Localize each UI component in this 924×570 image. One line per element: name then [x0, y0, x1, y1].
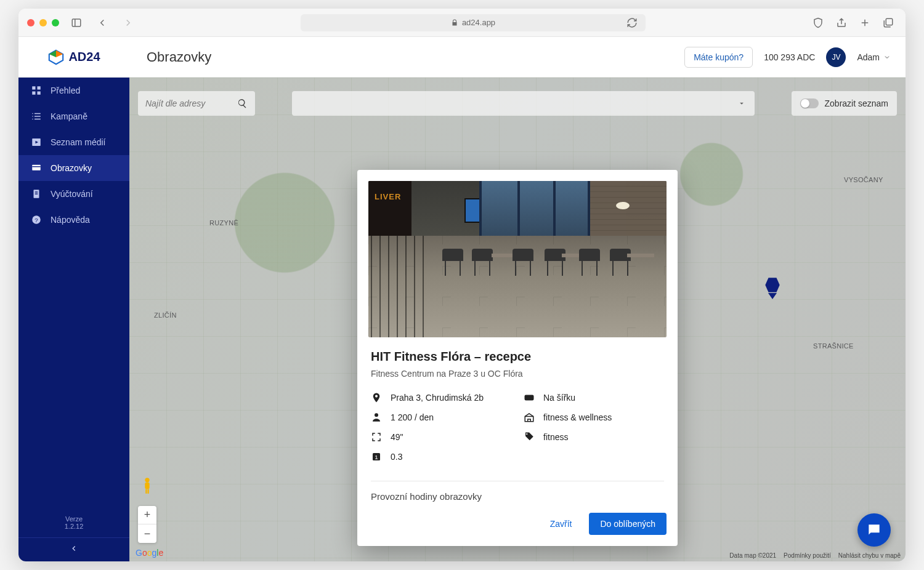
close-button[interactable]: Zavřít [545, 513, 577, 535]
list-toggle-label: Zobrazit seznam [825, 98, 888, 108]
svg-rect-11 [38, 92, 41, 95]
number-icon: 1 [371, 451, 382, 462]
credits-terms[interactable]: Podmínky použití [784, 552, 831, 559]
streetview-pegman[interactable] [140, 476, 154, 495]
info-address-value: Praha 3, Chrudimská 2b [391, 393, 484, 403]
switch-icon[interactable] [800, 98, 819, 108]
sidebar-item-billing[interactable]: Vyúčtování [18, 181, 129, 207]
info-size-value: 49" [391, 432, 403, 442]
balance-value: 100 293 ADC [764, 52, 815, 62]
info-grid: Praha 3, Chrudimská 2b Na šířku 1 200 / … [371, 392, 664, 462]
app-header: AD24 Obrazovky Máte kupón? 100 293 ADC J… [18, 37, 906, 78]
logo[interactable]: AD24 [47, 49, 100, 66]
pin-icon [371, 392, 382, 403]
zoom-out-button[interactable]: − [138, 524, 156, 543]
info-category: fitness & wellness [524, 412, 664, 423]
forward-icon [120, 14, 137, 31]
svg-rect-31 [525, 395, 533, 400]
info-traffic-value: 1 200 / den [391, 412, 434, 422]
hours-title: Provozní hodiny obrazovky [357, 481, 678, 513]
svg-rect-33 [525, 416, 533, 417]
sidebar-item-screens[interactable]: Obrazovky [18, 155, 129, 181]
svg-rect-9 [38, 86, 41, 89]
sidebar-item-label: Seznam médií [51, 137, 105, 147]
sidebar-item-help[interactable]: ? Nápověda [18, 207, 129, 233]
credits-report[interactable]: Nahlásit chybu v mapě [838, 552, 901, 559]
building-icon [524, 412, 535, 423]
favorite-button[interactable]: Do oblíbených [589, 513, 667, 535]
version-footer: Verze 1.2.12 [18, 508, 129, 537]
modal-actions: Zavřít Do oblíbených [357, 513, 678, 546]
window-controls [27, 19, 59, 26]
media-icon [31, 137, 42, 148]
chevron-down-icon [883, 54, 891, 61]
sidebar-toggle-icon[interactable] [68, 14, 85, 31]
svg-marker-7 [49, 50, 56, 57]
url-bar[interactable]: ad24.app [301, 14, 646, 31]
billing-icon [31, 188, 42, 199]
chat-icon [866, 522, 882, 538]
svg-rect-30 [147, 489, 148, 494]
list-view-toggle[interactable]: Zobrazit seznam [792, 91, 897, 116]
sidebar: Přehled Kampaně Seznam médií Obrazovky V… [18, 78, 129, 561]
url-text: ad24.app [462, 18, 495, 27]
browser-chrome: ad24.app [18, 9, 906, 37]
info-orientation: Na šířku [524, 392, 664, 403]
screens-icon [31, 163, 42, 174]
reload-icon[interactable] [623, 14, 641, 31]
sidebar-item-label: Vyúčtování [51, 189, 93, 199]
zoom-in-button[interactable]: + [138, 506, 156, 524]
modal-subtitle: Fitness Centrum na Praze 3 u OC Flóra [371, 369, 664, 379]
dashboard-icon [31, 85, 42, 96]
info-aspect-value: 0.3 [391, 452, 402, 462]
sidebar-item-label: Obrazovky [51, 163, 92, 173]
chat-launcher[interactable] [857, 513, 891, 547]
svg-marker-6 [56, 50, 63, 57]
info-tag-value: fitness [543, 432, 568, 442]
sidebar-item-campaigns[interactable]: Kampaně [18, 103, 129, 129]
back-icon[interactable] [94, 14, 111, 31]
close-window-icon[interactable] [27, 19, 34, 26]
person-icon [371, 412, 382, 423]
shield-icon[interactable] [809, 14, 827, 31]
info-address: Praha 3, Chrudimská 2b [371, 392, 511, 403]
svg-rect-20 [32, 165, 41, 171]
lock-icon [451, 19, 458, 26]
info-traffic: 1 200 / den [371, 412, 511, 423]
info-tag: fitness [524, 432, 664, 443]
screen-detail-modal: HIT Fitness Flóra – recepce Fitness Cent… [357, 170, 678, 546]
address-search[interactable] [138, 91, 255, 116]
sidebar-item-media-list[interactable]: Seznam médií [18, 129, 129, 155]
svg-point-17 [32, 119, 33, 120]
page-title: Obrazovky [147, 49, 684, 65]
coupon-button[interactable]: Máte kupón? [684, 47, 753, 68]
logo-text: AD24 [68, 50, 100, 64]
sidebar-item-label: Nápověda [51, 215, 90, 225]
filter-dropdown[interactable] [292, 91, 755, 116]
pin-icon [764, 277, 780, 293]
search-icon[interactable] [237, 97, 248, 110]
new-tab-icon[interactable] [856, 14, 873, 31]
svg-rect-4 [886, 18, 893, 25]
avatar[interactable]: JV [826, 47, 846, 67]
version-value: 1.2.12 [18, 523, 129, 530]
search-input[interactable] [145, 98, 231, 108]
sidebar-item-label: Kampaně [51, 111, 87, 121]
minimize-window-icon[interactable] [39, 19, 47, 26]
svg-rect-28 [145, 483, 149, 489]
share-icon[interactable] [833, 14, 850, 31]
maximize-window-icon[interactable] [52, 19, 59, 26]
zoom-controls: + − [138, 506, 156, 543]
info-size: 49" [371, 432, 511, 443]
map-topbar: Zobrazit seznam [138, 89, 897, 118]
sidebar-item-overview[interactable]: Přehled [18, 78, 129, 103]
logo-wrap: AD24 [18, 49, 129, 66]
sidebar-collapse[interactable] [18, 537, 129, 561]
username-label: Adam [857, 52, 880, 62]
list-icon [31, 111, 42, 122]
user-menu[interactable]: Adam [857, 52, 891, 62]
svg-rect-8 [32, 86, 35, 89]
map-pin[interactable] [764, 277, 780, 299]
tag-icon [524, 432, 535, 443]
tabs-icon[interactable] [880, 14, 897, 31]
